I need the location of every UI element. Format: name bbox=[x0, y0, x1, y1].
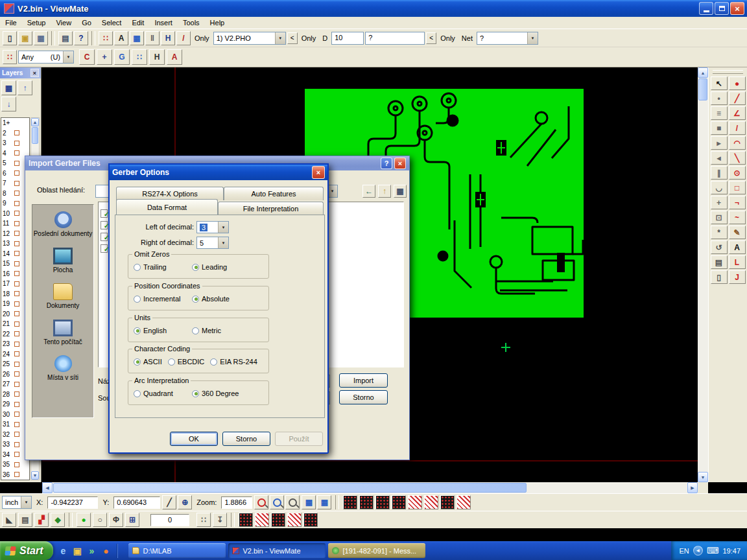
selection-tool-button[interactable]: A bbox=[167, 49, 182, 65]
scroll-right-icon[interactable]: ▶ bbox=[687, 482, 698, 493]
drawing-tool-button[interactable]: * bbox=[711, 226, 728, 239]
film-pattern-button[interactable] bbox=[343, 495, 357, 509]
task-button[interactable]: D:\MLAB bbox=[128, 543, 226, 558]
layer-swatch[interactable] bbox=[14, 462, 19, 467]
selection-tool-button[interactable]: H bbox=[149, 49, 165, 65]
task-button[interactable]: V2.bin - ViewMate bbox=[228, 543, 326, 558]
layer-swatch[interactable] bbox=[14, 130, 19, 135]
left-decimal-select[interactable]: 3 ▼ bbox=[196, 221, 229, 233]
menu-item[interactable]: Help bbox=[205, 18, 230, 28]
restore-button[interactable] bbox=[715, 2, 729, 15]
layer-swatch[interactable] bbox=[14, 191, 19, 196]
radio-option[interactable]: Incremental bbox=[134, 295, 192, 303]
film-pattern-button[interactable] bbox=[440, 495, 455, 509]
selection-tool-button[interactable]: + bbox=[97, 49, 112, 65]
drawing-tool-button[interactable]: ● bbox=[729, 76, 746, 90]
layer-prev-button[interactable]: < bbox=[287, 32, 298, 44]
layer-swatch[interactable] bbox=[14, 362, 19, 367]
dialog-toolbar-button[interactable]: ← bbox=[362, 185, 375, 198]
status2-tool-button[interactable] bbox=[271, 513, 285, 527]
status2-tool-button[interactable]: ⊞ bbox=[125, 513, 139, 527]
dialog-close-button[interactable]: × bbox=[394, 158, 406, 169]
layer-swatch[interactable] bbox=[14, 141, 19, 146]
only-layer-label[interactable]: Only bbox=[195, 34, 209, 42]
radio-option[interactable]: EBCDIC bbox=[168, 358, 205, 366]
film-pattern-button[interactable] bbox=[375, 495, 390, 509]
layer-swatch[interactable] bbox=[14, 241, 19, 246]
y-coordinate-field[interactable]: 0.690643 bbox=[113, 496, 160, 509]
tab-rs274x-options[interactable]: RS274-X Options bbox=[116, 187, 224, 200]
clock[interactable]: 19:47 bbox=[722, 547, 741, 555]
status2-tool-button[interactable]: ● bbox=[77, 513, 91, 527]
drawing-tool-button[interactable]: + bbox=[711, 196, 728, 209]
toolbar-icon-button[interactable]: ▯ bbox=[3, 31, 17, 45]
layer-swatch[interactable] bbox=[14, 432, 19, 437]
dialog-toolbar-button[interactable]: ↑ bbox=[378, 185, 391, 198]
drawing-tool-button[interactable]: ≡ bbox=[711, 106, 728, 120]
status2-tool-button[interactable] bbox=[255, 513, 269, 527]
dialog-close-button[interactable]: × bbox=[312, 166, 325, 179]
toolbar-icon-button[interactable]: A bbox=[114, 31, 128, 45]
layer-swatch[interactable] bbox=[14, 371, 19, 377]
toolbar-icon-button[interactable] bbox=[51, 31, 55, 45]
layer-swatch[interactable] bbox=[14, 472, 19, 477]
status2-tool-button[interactable]: ∷ bbox=[196, 513, 211, 527]
chevron-down-icon[interactable]: ▼ bbox=[527, 32, 538, 44]
scrollbar-thumb[interactable] bbox=[32, 127, 38, 144]
zoom-value-field[interactable]: 1.8866 bbox=[221, 496, 252, 509]
dcode-input[interactable]: 10 bbox=[331, 32, 364, 45]
radio-option[interactable]: Quadrant bbox=[134, 390, 192, 397]
quick-launch-icon[interactable]: e bbox=[57, 545, 69, 557]
menu-item[interactable]: Insert bbox=[149, 18, 178, 28]
radio-option[interactable]: Trailing bbox=[134, 263, 192, 271]
scroll-left-icon[interactable]: ◀ bbox=[42, 482, 53, 493]
grid-tool-button[interactable]: ▦ bbox=[302, 495, 316, 509]
layer-swatch[interactable] bbox=[14, 422, 19, 427]
status2-tool-button[interactable] bbox=[231, 513, 235, 527]
drawing-tool-button[interactable]: / bbox=[729, 121, 746, 135]
toolbar-icon-button[interactable]: ‖ bbox=[145, 31, 160, 45]
layers-toolbar-button[interactable]: ↓ bbox=[1, 97, 16, 111]
start-button[interactable]: Start bbox=[0, 541, 53, 560]
drawing-tool-button[interactable]: ◡ bbox=[711, 181, 728, 194]
drawing-tool-button[interactable]: ■ bbox=[711, 121, 728, 135]
status2-tool-button[interactable]: ▤ bbox=[18, 513, 32, 527]
canvas-hscrollbar[interactable]: ◀ ▶ bbox=[42, 482, 698, 493]
status2-tool-button[interactable] bbox=[69, 513, 73, 527]
unit-select[interactable]: inch ▼ bbox=[2, 496, 32, 509]
dialog-toolbar-button[interactable]: ▦ bbox=[394, 185, 407, 198]
scroll-down-icon[interactable]: ▼ bbox=[698, 472, 708, 482]
menu-item[interactable]: Select bbox=[97, 18, 127, 28]
drawing-tool-button[interactable]: ¬ bbox=[729, 196, 746, 209]
x-coordinate-field[interactable]: -0.942237 bbox=[47, 496, 98, 509]
layer-row[interactable]: 1+ bbox=[1, 118, 29, 128]
scrollbar-thumb[interactable] bbox=[53, 483, 527, 493]
grid-tool-button[interactable]: ▦ bbox=[317, 495, 331, 509]
radio-option[interactable]: Metric bbox=[192, 327, 250, 334]
step-value-field[interactable]: 0 bbox=[150, 514, 189, 526]
layer-swatch[interactable] bbox=[14, 181, 19, 186]
status-tool-button[interactable]: ⊕ bbox=[178, 495, 192, 509]
toolbar-icon-button[interactable]: ▣ bbox=[18, 31, 32, 45]
drawing-tool-button[interactable]: • bbox=[711, 91, 728, 105]
drawing-tool-button[interactable]: ✎ bbox=[729, 226, 746, 239]
tab-data-format[interactable]: Data Format bbox=[116, 199, 218, 215]
quick-launch-icon[interactable]: » bbox=[86, 545, 97, 557]
cancel-button[interactable]: Storno bbox=[222, 432, 270, 446]
status2-tool-button[interactable]: ◣ bbox=[2, 513, 16, 527]
chevron-down-icon[interactable]: ▼ bbox=[63, 51, 73, 63]
menu-item[interactable]: Go bbox=[77, 18, 97, 28]
place-item[interactable]: Místa v síti bbox=[33, 355, 93, 382]
drawing-tool-button[interactable]: □ bbox=[729, 181, 746, 194]
quick-launch-icon[interactable]: ● bbox=[100, 545, 112, 557]
scroll-up-icon[interactable]: ▲ bbox=[31, 118, 39, 126]
layer-swatch[interactable] bbox=[14, 321, 19, 327]
gerber-dialog-titlebar[interactable]: Gerber Options × bbox=[110, 165, 327, 180]
status2-tool-button[interactable] bbox=[239, 513, 253, 527]
layers-panel-titlebar[interactable]: Layers × bbox=[0, 67, 41, 78]
film-pattern-button[interactable] bbox=[424, 495, 438, 509]
drawing-tool-button[interactable]: ▯ bbox=[711, 270, 728, 284]
selection-tool-button[interactable]: ∷ bbox=[132, 49, 147, 65]
net-select[interactable]: ? ▼ bbox=[477, 32, 538, 45]
layer-swatch[interactable] bbox=[14, 452, 19, 457]
